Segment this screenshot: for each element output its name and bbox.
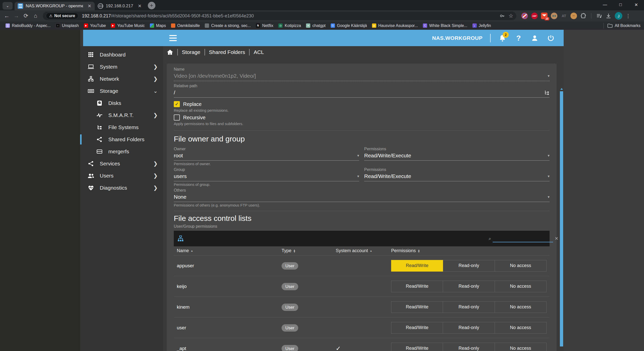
bookmark-hausvise[interactable]: ◎Hausvise Asukaspor... [370, 23, 420, 29]
not-secure-chip[interactable]: ⚠ Not secure [46, 13, 78, 19]
bookmark-translate[interactable]: GGoogle Kääntäjä [329, 23, 369, 29]
readwrite-button[interactable]: Read/Write [391, 322, 443, 334]
back-icon[interactable]: ← [2, 11, 12, 21]
column-type[interactable]: Type▲▼ [282, 248, 336, 253]
tab-ip-address[interactable]: 192.168.0.217 ✕ [95, 2, 145, 10]
bookmark-ratiobuddy[interactable]: ⣿RatioBuddy - Aspec... [4, 23, 53, 29]
column-permissions[interactable]: Permissions▲▼ [391, 248, 550, 253]
column-system-account[interactable]: System account▲ [336, 248, 391, 253]
search-input[interactable] [493, 235, 553, 242]
power-icon[interactable] [547, 34, 555, 42]
adblock-icon[interactable] [521, 13, 528, 19]
others-select[interactable]: Others None▾ Permissions of others (e.g.… [174, 188, 550, 207]
owner-permissions-select[interactable]: Permissions Read/Write/Execute▾ [364, 147, 550, 166]
bookmark-youtube[interactable]: YouTube [82, 23, 108, 29]
new-tab-button[interactable]: + [148, 2, 155, 9]
readwrite-button[interactable]: Read/Write [391, 260, 443, 272]
sidebar-item-system[interactable]: System ❯ [80, 61, 163, 73]
clear-search-icon[interactable]: ✕ [555, 236, 558, 242]
tab-search-button[interactable]: ⌄ [3, 2, 13, 10]
help-icon[interactable]: ? [514, 34, 523, 42]
all-bookmarks-button[interactable]: All Bookmarks [602, 23, 640, 28]
group-permissions-select[interactable]: Permissions Read/Write/Execute▾ [364, 167, 550, 187]
user-icon[interactable] [530, 34, 539, 42]
adblock-plus-icon[interactable]: ABP [531, 13, 538, 19]
bookmark-unsplash[interactable]: ▫Unsplash [54, 23, 81, 29]
name-field[interactable]: Name Video [on /dev/nvme0n1p2, Video/] ▾ [174, 67, 550, 81]
readonly-button[interactable]: Read-only [443, 322, 495, 334]
home-icon[interactable] [167, 49, 173, 55]
reload-icon[interactable]: ⟳ [21, 11, 31, 21]
bookmark-star-icon[interactable]: ☆ [509, 13, 513, 19]
group-select[interactable]: Group users▾ Permissions of group. [174, 167, 359, 187]
readwrite-button[interactable]: Read/Write [391, 343, 443, 351]
sidebar-item-file-systems[interactable]: File Systems [80, 121, 163, 133]
replace-checkbox-row[interactable]: ✓ Replace [174, 101, 550, 107]
readonly-button[interactable]: Read-only [443, 281, 495, 292]
media-playlist-icon[interactable] [596, 13, 602, 19]
menu-hamburger-icon[interactable] [169, 35, 177, 41]
address-bar[interactable]: ⚠ Not secure 192.168.0.217/#/storage/sha… [43, 12, 516, 20]
close-window-button[interactable]: ✕ [628, 0, 644, 10]
bookmark-kotipizza[interactable]: ◷Kotipizza [276, 23, 303, 29]
noaccess-button[interactable]: No access [495, 322, 547, 334]
monkey-extension-icon[interactable] [551, 13, 557, 19]
close-tab-icon[interactable]: ✕ [87, 3, 92, 9]
mail-extension-icon[interactable]: 10 [541, 13, 548, 19]
forward-icon[interactable]: → [12, 11, 21, 21]
column-name[interactable]: Name▲ [174, 248, 282, 253]
recursive-checkbox-row[interactable]: Recursive [174, 114, 550, 121]
noaccess-button[interactable]: No access [495, 301, 547, 313]
chrome-menu-icon[interactable]: ⋮ [626, 13, 631, 19]
at-extension-icon[interactable]: AT [561, 13, 567, 19]
readwrite-button[interactable]: Read/Write [391, 281, 443, 292]
noaccess-button[interactable]: No access [495, 343, 547, 351]
minimize-button[interactable]: — [597, 0, 613, 10]
downloads-icon[interactable] [605, 13, 612, 19]
app-scrollbar[interactable] [560, 76, 563, 351]
sidebar-item-smart[interactable]: S.M.A.R.T. ❯ [80, 109, 163, 121]
replace-checkbox[interactable]: ✓ [174, 101, 180, 107]
noaccess-button[interactable]: No access [495, 281, 547, 292]
recursive-checkbox[interactable] [174, 114, 180, 121]
sidebar-item-services[interactable]: Services ❯ [80, 158, 163, 170]
notifications-bell-icon[interactable]: 2 [498, 34, 507, 42]
close-tab-icon[interactable]: ✕ [137, 3, 143, 9]
bookmark-netflix[interactable]: NNetflix [254, 23, 275, 29]
sidebar-item-dashboard[interactable]: Dashboard [80, 49, 163, 61]
bookmark-maps[interactable]: Maps [148, 23, 168, 29]
bookmark-youtube-music[interactable]: YouTube Music [109, 23, 147, 29]
scrollbar-thumb[interactable] [560, 91, 563, 346]
sidebar-item-network[interactable]: Network ❯ [80, 73, 163, 85]
readonly-button[interactable]: Read-only [443, 301, 495, 313]
profile-avatar[interactable]: J [615, 12, 622, 20]
bookmark-password[interactable]: Create a strong, sec... [203, 23, 253, 29]
bookmark-chatgpt[interactable]: ✳chatgpt [304, 23, 327, 29]
bookmark-white-black[interactable]: CWhite Black Simple... [421, 23, 469, 29]
breadcrumb-acl[interactable]: ACL [254, 49, 264, 55]
breadcrumb-storage[interactable]: Storage [182, 49, 200, 55]
readwrite-button[interactable]: Read/Write [391, 301, 443, 313]
sidebar-item-shared-folders[interactable]: Shared Folders [80, 133, 163, 145]
readonly-button[interactable]: Read-only [443, 343, 495, 351]
relative-path-field[interactable]: Relative path / [174, 84, 550, 98]
home-icon[interactable]: ⌂ [31, 11, 40, 21]
bookmark-oamk[interactable]: Oamkilaisille [169, 23, 202, 29]
noaccess-button[interactable]: No access [495, 260, 547, 272]
sidebar-item-diagnostics[interactable]: Diagnostics ❯ [80, 182, 163, 194]
org-tree-icon[interactable] [177, 235, 184, 242]
bookmark-jellyfin[interactable]: ▵Jellyfin [470, 23, 493, 29]
sidebar-item-users[interactable]: Users ❯ [80, 170, 163, 182]
sidebar-item-disks[interactable]: Disks [80, 97, 163, 109]
password-key-icon[interactable] [499, 13, 505, 19]
tab-nas-workgroup[interactable]: NAS.WORKGROUP - openmedia ✕ [15, 2, 95, 10]
sidebar-item-mergerfs[interactable]: mergerfs [80, 145, 163, 158]
readonly-button[interactable]: Read-only [443, 260, 495, 272]
folder-tree-picker-icon[interactable] [544, 90, 550, 95]
extensions-puzzle-icon[interactable] [580, 13, 586, 19]
maximize-button[interactable]: □ [613, 0, 628, 10]
owner-select[interactable]: Owner root▾ Permissions of owner. [174, 147, 359, 166]
breadcrumb-shared-folders[interactable]: Shared Folders [209, 49, 245, 55]
cookie-extension-icon[interactable] [570, 13, 577, 19]
sidebar-item-storage[interactable]: Storage ⌄ [80, 85, 163, 97]
